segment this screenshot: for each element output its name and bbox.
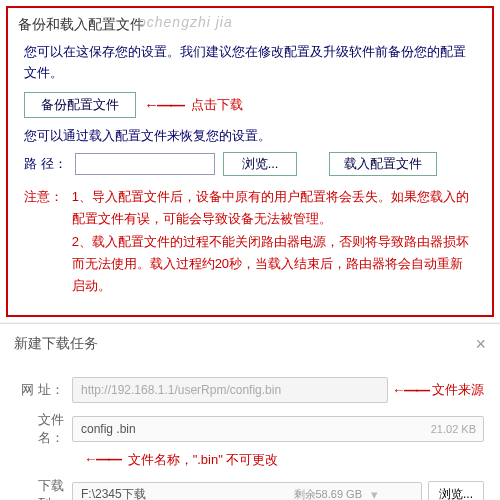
- close-icon[interactable]: ×: [475, 334, 486, 355]
- arrow-icon: ←——: [144, 96, 183, 113]
- config-panel: 备份和载入配置文件 ochengzhi jia 您可以在这保存您的设置。我们建议…: [6, 6, 494, 317]
- browse-folder-button[interactable]: 浏览...: [428, 481, 484, 500]
- download-to-label: 下载到：: [16, 477, 72, 500]
- browse-button[interactable]: 浏览...: [223, 152, 298, 176]
- free-space: 剩余58.69 GB: [294, 487, 362, 500]
- chevron-down-icon[interactable]: ▾: [371, 487, 378, 500]
- url-input[interactable]: [72, 377, 388, 403]
- backup-config-button[interactable]: 备份配置文件: [24, 92, 136, 118]
- arrow-icon: ←——: [392, 382, 428, 398]
- notice-label: 注意：: [24, 186, 68, 208]
- watermark: ochengzhi jia: [138, 14, 233, 30]
- section-title: 备份和载入配置文件 ochengzhi jia: [18, 16, 482, 34]
- url-annotation: 文件来源: [432, 381, 484, 399]
- desc-restore: 您可以通过载入配置文件来恢复您的设置。: [18, 126, 482, 147]
- filename-label: 文件名：: [16, 411, 72, 447]
- arrow-icon: ←——: [84, 451, 120, 467]
- dialog-title: 新建下载任务: [14, 335, 98, 353]
- url-label: 网 址：: [16, 381, 72, 399]
- load-config-button[interactable]: 载入配置文件: [329, 152, 437, 176]
- title-text: 备份和载入配置文件: [18, 16, 144, 32]
- filename-input[interactable]: [72, 416, 484, 442]
- download-dialog: 新建下载任务 × 网 址： ←—— 文件来源 文件名： 21.02 KB ←——…: [0, 323, 500, 500]
- filename-annotation: 文件名称，".bin" 不可更改: [128, 452, 279, 467]
- path-label: 路 径：: [24, 155, 67, 173]
- desc-backup: 您可以在这保存您的设置。我们建议您在修改配置及升级软件前备份您的配置文件。: [18, 42, 482, 84]
- notice-body: 1、导入配置文件后，设备中原有的用户配置将会丢失。如果您载入的配置文件有误，可能…: [72, 186, 472, 296]
- file-size: 21.02 KB: [431, 423, 476, 435]
- click-download-note: 点击下载: [191, 96, 243, 114]
- download-path-input[interactable]: [72, 482, 422, 500]
- path-input[interactable]: [75, 153, 215, 175]
